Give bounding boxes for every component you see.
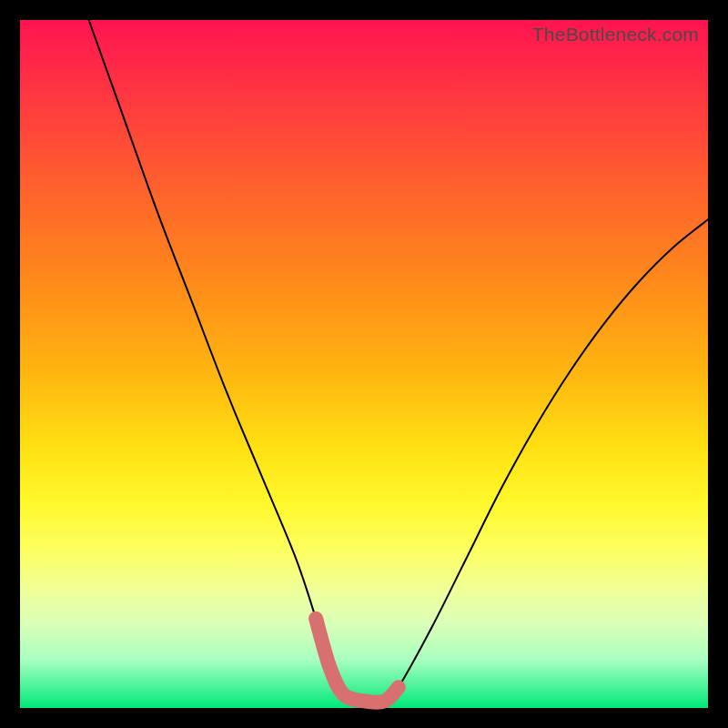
- pink-trough: [316, 619, 399, 703]
- plot-area: TheBottleneck.com: [20, 20, 708, 708]
- chart-svg: [20, 20, 708, 708]
- black-curve: [89, 20, 708, 703]
- chart-frame: TheBottleneck.com: [0, 0, 728, 728]
